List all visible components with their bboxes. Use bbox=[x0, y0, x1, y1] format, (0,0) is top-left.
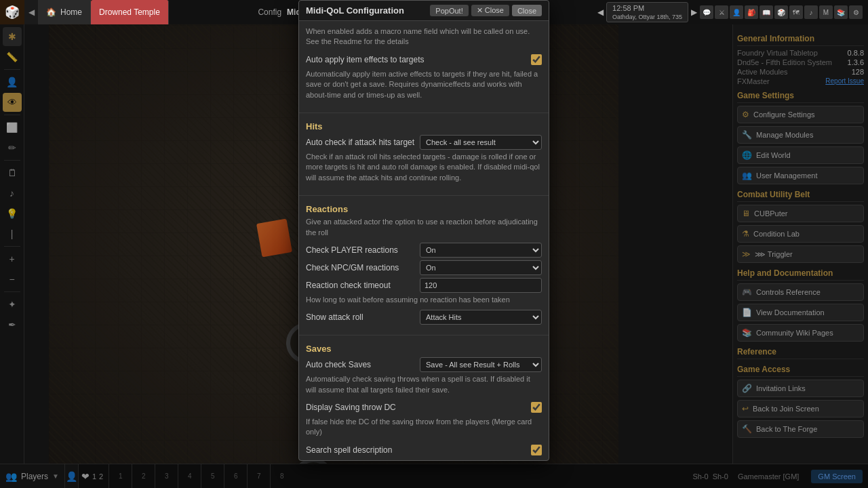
music-icon[interactable]: ♪ bbox=[804, 5, 818, 19]
tables-icon[interactable]: 🎲 bbox=[774, 5, 788, 19]
nav-left-btn[interactable]: ◀ bbox=[597, 7, 604, 17]
modal-header[interactable]: Midi-QoL Configuration PopOut! ✕ Close C… bbox=[299, 1, 549, 21]
auto-check-saves-row: Auto check Saves Save - All see Result +… bbox=[306, 357, 542, 373]
reactions-section: Reactions Give an attacked actor the opt… bbox=[299, 199, 549, 332]
nav-right-btn[interactable]: ▶ bbox=[691, 7, 697, 17]
display-save-dc-row: Display Saving throw DC bbox=[306, 399, 542, 415]
check-npc-reactions-row: Check NPC/GM reactions On Off bbox=[306, 260, 542, 276]
modal-body: When enabled adds a macro name field whi… bbox=[299, 21, 549, 460]
modal-header-buttons: PopOut! ✕ Close Close bbox=[430, 5, 542, 16]
clock-display: 12:58 PM Oathday, Ottyar 18th, 735 bbox=[606, 2, 688, 22]
modal-close-x-btn[interactable]: ✕ Close bbox=[471, 5, 509, 16]
midi-qol-modal: Midi-QoL Configuration PopOut! ✕ Close C… bbox=[298, 0, 549, 461]
reactions-desc: Give an attacked actor the option to use… bbox=[306, 217, 542, 238]
check-player-reactions-row: Check PLAYER reactions On Off bbox=[306, 242, 542, 258]
auto-item-label: Auto apply item effects to targets bbox=[306, 55, 531, 64]
display-save-dc-checkbox[interactable] bbox=[531, 402, 542, 413]
auto-check-hits-desc: Check if an attack roll hits selected ta… bbox=[306, 152, 542, 183]
auto-check-saves-label: Auto check Saves bbox=[306, 360, 420, 369]
hits-section: Hits Auto check if attack hits target Ch… bbox=[299, 116, 549, 192]
reaction-timeout-label: Reaction check timeout bbox=[306, 281, 420, 290]
journal-icon[interactable]: 📖 bbox=[760, 5, 773, 19]
auto-check-hits-select[interactable]: Check - all see result Check - only GM s… bbox=[420, 135, 542, 150]
actors-icon[interactable]: 👤 bbox=[730, 5, 743, 19]
auto-item-checkbox[interactable] bbox=[531, 54, 542, 65]
topbar-icons: 💬 ⚔ 👤 🎒 📖 🎲 🗺 ♪ M 📚 ⚙ bbox=[700, 5, 863, 19]
home-icon: 🏠 bbox=[46, 7, 56, 17]
config-label: Config bbox=[258, 7, 281, 17]
search-spell-row: Search spell description bbox=[306, 442, 542, 458]
items-icon[interactable]: 🎒 bbox=[745, 5, 758, 19]
auto-check-hits-label: Auto check if attack hits target bbox=[306, 138, 420, 147]
reaction-timeout-desc: How long to wait before assuming no reac… bbox=[306, 295, 542, 305]
saves-title: Saves bbox=[306, 344, 542, 354]
show-attack-select[interactable]: Attack Hits All see roll GM only bbox=[420, 310, 542, 325]
reactions-title: Reactions bbox=[306, 204, 542, 214]
auto-check-saves-desc: Automatically check saving throws when a… bbox=[306, 374, 542, 395]
settings-icon[interactable]: ⚙ bbox=[849, 5, 863, 19]
reaction-timeout-row: Reaction check timeout bbox=[306, 277, 542, 293]
app-logo: 🎲 bbox=[0, 0, 24, 24]
combat-icon[interactable]: ⚔ bbox=[715, 5, 728, 19]
check-npc-reactions-select[interactable]: On Off bbox=[420, 260, 542, 275]
auto-item-desc: Automatically apply item active effects … bbox=[306, 69, 542, 100]
auto-check-hits-row: Auto check if attack hits target Check -… bbox=[306, 134, 542, 150]
check-player-reactions-label: Check PLAYER reactions bbox=[306, 245, 420, 255]
saves-section: Saves Auto check Saves Save - All see Re… bbox=[299, 338, 549, 460]
compendium-icon[interactable]: 📚 bbox=[834, 5, 848, 19]
search-spell-desc: Search spell description for save type -… bbox=[306, 460, 542, 460]
display-save-dc-label: Display Saving throw DC bbox=[306, 403, 531, 412]
modal-popout-btn[interactable]: PopOut! bbox=[430, 5, 468, 16]
check-player-reactions-select[interactable]: On Off bbox=[420, 243, 542, 258]
nav-back-arrow[interactable]: ◀ bbox=[24, 0, 38, 24]
check-npc-reactions-label: Check NPC/GM reactions bbox=[306, 263, 420, 272]
intro-section: When enabled adds a macro name field whi… bbox=[299, 21, 549, 110]
search-spell-label: Search spell description bbox=[306, 445, 531, 455]
display-save-dc-desc: If false hide the DC of the saving throw… bbox=[306, 417, 542, 438]
topbar-right: ◀ 12:58 PM Oathday, Ottyar 18th, 735 ▶ 💬… bbox=[597, 2, 868, 22]
drowned-temple-tab[interactable]: Drowned Temple bbox=[91, 0, 169, 24]
macro-icon[interactable]: M bbox=[819, 5, 833, 19]
modal-close-btn[interactable]: Close bbox=[512, 5, 542, 16]
auto-item-row: Auto apply item effects to targets bbox=[306, 52, 542, 68]
chat-icon[interactable]: 💬 bbox=[700, 5, 713, 19]
hits-title: Hits bbox=[306, 121, 542, 131]
modal-header-title: Midi-QoL Configuration bbox=[306, 5, 404, 16]
auto-check-saves-select[interactable]: Save - All see Result + Rolls Save - GM … bbox=[420, 357, 542, 372]
reaction-timeout-input[interactable] bbox=[420, 278, 542, 293]
show-attack-row: Show attack roll Attack Hits All see rol… bbox=[306, 309, 542, 325]
home-tab[interactable]: 🏠 Home bbox=[38, 0, 91, 24]
show-attack-label: Show attack roll bbox=[306, 312, 420, 322]
maps-icon[interactable]: 🗺 bbox=[789, 5, 803, 19]
search-spell-checkbox[interactable] bbox=[531, 445, 542, 455]
intro-desc: When enabled adds a macro name field whi… bbox=[306, 26, 542, 47]
